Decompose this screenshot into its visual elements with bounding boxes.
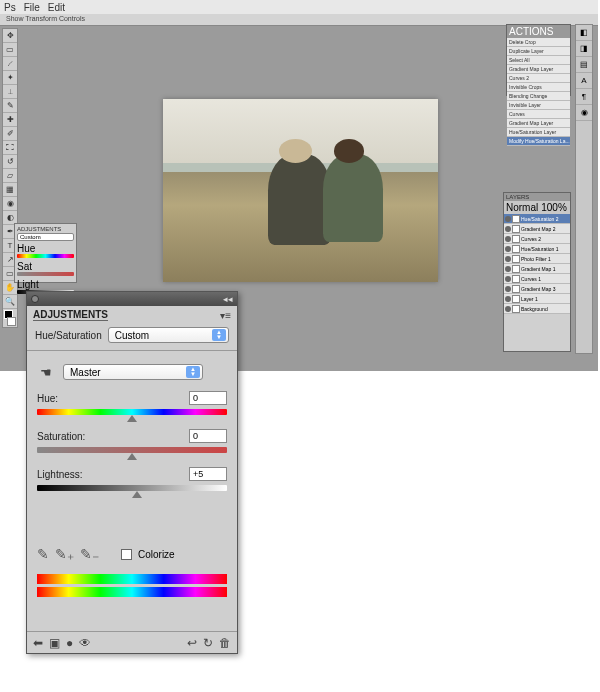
blur-tool[interactable]: ◉ xyxy=(3,197,17,211)
mini-hue-slider[interactable] xyxy=(17,254,74,258)
collapse-icon[interactable]: ◂◂ xyxy=(223,294,233,304)
history-item[interactable]: Gradient Map Layer xyxy=(507,65,570,74)
blend-mode-dropdown[interactable]: Normal xyxy=(506,202,538,213)
heal-tool[interactable]: ✚ xyxy=(3,113,17,127)
layer-row[interactable]: Background xyxy=(504,304,570,314)
marquee-tool[interactable]: ▭ xyxy=(3,43,17,57)
gradient-tool[interactable]: ▦ xyxy=(3,183,17,197)
lightness-slider[interactable] xyxy=(37,485,227,491)
layer-row-selected[interactable]: Hue/Saturation 2 xyxy=(504,214,570,224)
layer-row[interactable]: Layer 1 xyxy=(504,294,570,304)
layer-row[interactable]: Curves 2 xyxy=(504,234,570,244)
visibility-icon[interactable] xyxy=(505,246,511,252)
dock-icon[interactable]: A xyxy=(576,73,592,89)
photo-person-2 xyxy=(323,154,384,242)
stamp-tool[interactable]: ⛶ xyxy=(3,141,17,155)
saturation-slider[interactable] xyxy=(37,447,227,453)
close-icon[interactable] xyxy=(31,295,39,303)
layer-row[interactable]: Hue/Saturation 1 xyxy=(504,244,570,254)
back-icon[interactable]: ⬅ xyxy=(33,636,43,650)
document-canvas[interactable] xyxy=(163,99,438,282)
preset-dropdown[interactable]: Custom ▲▼ xyxy=(108,327,229,343)
layer-row[interactable]: Curves 1 xyxy=(504,274,570,284)
eyedropper-add-icon[interactable]: ✎₊ xyxy=(55,546,74,562)
dock-icon[interactable]: ◧ xyxy=(576,25,592,41)
history-item[interactable]: Invisible Layer xyxy=(507,101,570,110)
layer-row[interactable]: Gradient Map 1 xyxy=(504,264,570,274)
crop-tool[interactable]: ⟂ xyxy=(3,85,17,99)
panel-titlebar[interactable]: ◂◂ xyxy=(27,292,237,306)
eye-icon[interactable]: 👁 xyxy=(79,636,91,650)
history-item[interactable]: Duplicate Layer xyxy=(507,47,570,56)
visibility-icon[interactable] xyxy=(505,296,511,302)
opacity-value[interactable]: 100% xyxy=(541,202,567,213)
panel-menu-icon[interactable]: ▾≡ xyxy=(220,310,231,321)
mini-adj-title: ADJUSTMENTS xyxy=(17,226,74,232)
reset-icon[interactable]: ↩ xyxy=(187,636,197,650)
layer-thumb xyxy=(512,295,520,303)
history-item[interactable]: Curves 2 xyxy=(507,74,570,83)
visibility-icon[interactable] xyxy=(505,266,511,272)
circle-icon[interactable]: ● xyxy=(66,636,73,650)
colorize-checkbox[interactable] xyxy=(121,549,132,560)
eyedropper-icon[interactable]: ✎ xyxy=(37,546,49,562)
mini-sat-slider[interactable] xyxy=(17,272,74,276)
slider-thumb[interactable] xyxy=(127,453,137,460)
dock-icon[interactable]: ¶ xyxy=(576,89,592,105)
layer-name: Hue/Saturation 2 xyxy=(521,216,569,222)
lasso-tool[interactable]: ⟋ xyxy=(3,57,17,71)
visibility-icon[interactable] xyxy=(505,236,511,242)
clip-icon[interactable]: ▣ xyxy=(49,636,60,650)
lightness-input[interactable] xyxy=(189,467,227,481)
history-item[interactable]: Delete Crop xyxy=(507,38,570,47)
saturation-input[interactable] xyxy=(189,429,227,443)
hue-slider[interactable] xyxy=(37,409,227,415)
trash-icon[interactable]: 🗑 xyxy=(219,636,231,650)
color-swatches[interactable] xyxy=(3,309,17,327)
mini-adjustments-panel: ADJUSTMENTS Custom Hue Sat Light xyxy=(14,223,77,283)
targeted-adjustment-icon[interactable]: ☚ xyxy=(37,363,55,381)
menu-edit[interactable]: Edit xyxy=(48,2,65,13)
layer-row[interactable]: Photo Filter 1 xyxy=(504,254,570,264)
refresh-icon[interactable]: ↻ xyxy=(203,636,213,650)
photo-person-1 xyxy=(268,154,331,246)
dock-icon[interactable]: ◨ xyxy=(576,41,592,57)
hand-tool[interactable]: ✋ xyxy=(3,281,17,295)
channel-dropdown[interactable]: Master ▲▼ xyxy=(63,364,203,380)
history-item[interactable]: Select All xyxy=(507,56,570,65)
visibility-icon[interactable] xyxy=(505,216,511,222)
mini-preset-dropdown[interactable]: Custom xyxy=(17,233,74,241)
brush-tool[interactable]: ✐ xyxy=(3,127,17,141)
history-item[interactable]: Invisible Crops xyxy=(507,83,570,92)
layer-thumb xyxy=(512,265,520,273)
eyedropper-tool[interactable]: ✎ xyxy=(3,99,17,113)
move-tool[interactable]: ✥ xyxy=(3,29,17,43)
visibility-icon[interactable] xyxy=(505,226,511,232)
dock-icon[interactable]: ▤ xyxy=(576,57,592,73)
hue-input[interactable] xyxy=(189,391,227,405)
visibility-icon[interactable] xyxy=(505,276,511,282)
history-item[interactable]: Hue/Saturation Layer xyxy=(507,128,570,137)
menu-file[interactable]: File xyxy=(24,2,40,13)
visibility-icon[interactable] xyxy=(505,286,511,292)
slider-thumb[interactable] xyxy=(132,491,142,498)
layers-tab[interactable]: LAYERS xyxy=(504,193,570,201)
layer-name: Curves 2 xyxy=(521,236,569,242)
wand-tool[interactable]: ✦ xyxy=(3,71,17,85)
history-item-selected[interactable]: Modify Hue/Saturation La... xyxy=(507,137,570,146)
visibility-icon[interactable] xyxy=(505,256,511,262)
visibility-icon[interactable] xyxy=(505,306,511,312)
history-brush-tool[interactable]: ↺ xyxy=(3,155,17,169)
history-item[interactable]: Gradient Map Layer xyxy=(507,119,570,128)
history-item[interactable]: Curves xyxy=(507,110,570,119)
zoom-tool[interactable]: 🔍 xyxy=(3,295,17,309)
eyedropper-subtract-icon[interactable]: ✎₋ xyxy=(80,546,99,562)
layer-row[interactable]: Gradient Map 2 xyxy=(504,224,570,234)
eraser-tool[interactable]: ▱ xyxy=(3,169,17,183)
history-item[interactable]: Blending Change xyxy=(507,92,570,101)
adjustments-tab[interactable]: ADJUSTMENTS xyxy=(33,309,108,321)
layer-row[interactable]: Gradient Map 3 xyxy=(504,284,570,294)
dock-icon[interactable]: ◉ xyxy=(576,105,592,121)
hue-row: Hue: xyxy=(37,391,227,405)
slider-thumb[interactable] xyxy=(127,415,137,422)
